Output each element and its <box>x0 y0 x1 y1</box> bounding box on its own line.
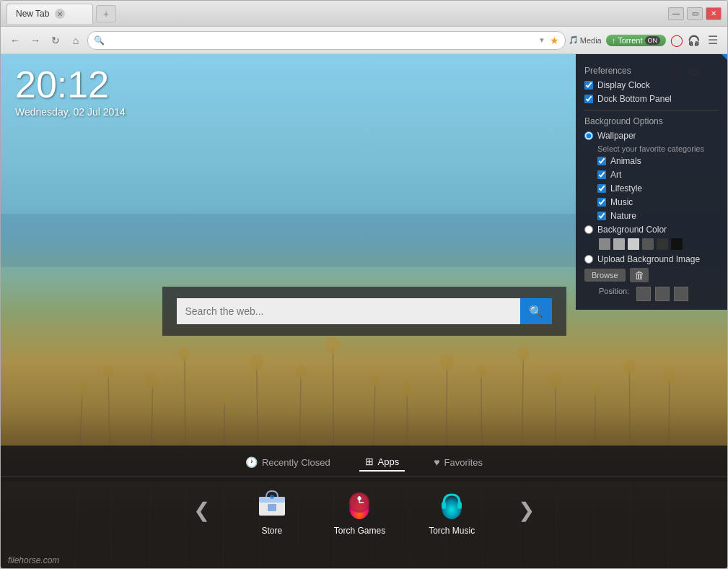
bottom-tab-bar: 🕐 Recently Closed ⊞ Apps ♥ Favorites <box>1 446 727 477</box>
bottom-panel: 🕐 Recently Closed ⊞ Apps ♥ Favorites ❮ <box>1 446 727 568</box>
select-categories-label: Select your favorite categories <box>597 144 719 153</box>
display-clock-checkbox[interactable] <box>584 81 593 90</box>
bg-color-item: Background Color <box>584 225 719 235</box>
torch-music-label: Torch Music <box>429 526 475 536</box>
position-btn-2[interactable] <box>655 287 670 301</box>
store-app-icon[interactable]: Store <box>253 484 291 536</box>
star-icon[interactable]: ★ <box>550 35 559 46</box>
bg-color-radio[interactable] <box>584 225 593 234</box>
svg-rect-37 <box>268 504 276 511</box>
swatch-3[interactable] <box>628 238 639 250</box>
tab-title: New Tab <box>16 9 49 19</box>
address-bar-input[interactable] <box>109 35 534 45</box>
torch-music-icon <box>433 484 470 521</box>
animals-item: Animals <box>597 156 719 166</box>
content-area: 20:12 Wednesday, 02 Jul 2014 📌 🔄 ≡ Prefe… <box>1 54 727 568</box>
torch-music-app-icon[interactable]: Torch Music <box>429 484 475 536</box>
torch-games-icon: 🕐 <box>341 484 378 521</box>
music-label: Music <box>610 197 633 207</box>
wallpaper-radio[interactable] <box>584 131 593 140</box>
store-label: Store <box>261 526 282 536</box>
opera-icon[interactable]: ◯ <box>670 33 683 47</box>
search-input[interactable] <box>177 305 520 317</box>
display-clock-item: Display Clock <box>584 80 719 90</box>
position-label: Position: <box>599 287 629 301</box>
media-button[interactable]: 🎵 Media <box>569 35 602 45</box>
position-row: Position: <box>599 287 719 301</box>
favorites-tab[interactable]: ♥ Favorites <box>428 453 488 471</box>
display-clock-label: Display Clock <box>597 80 650 90</box>
home-button[interactable]: ⌂ <box>67 32 84 49</box>
svg-rect-47 <box>442 502 446 509</box>
swatch-4[interactable] <box>642 238 654 250</box>
torrent-toggle: ON <box>645 36 661 45</box>
nav-arrow-right[interactable]: ❯ <box>518 498 535 522</box>
clock-time: 20:12 <box>15 66 126 103</box>
nature-label: Nature <box>610 211 636 221</box>
minimize-button[interactable]: — <box>668 7 684 20</box>
svg-point-38 <box>270 495 274 499</box>
menu-button[interactable]: ☰ <box>704 32 722 49</box>
prefs-divider-1 <box>584 110 719 110</box>
favorites-label: Favorites <box>444 457 483 468</box>
close-button[interactable]: ✕ <box>706 7 722 20</box>
search-container: 🔍 <box>162 287 566 336</box>
browser-tab[interactable]: New Tab ✕ <box>6 4 93 24</box>
media-icon: 🎵 <box>569 35 579 45</box>
swatch-6[interactable] <box>671 238 683 250</box>
upload-bg-radio[interactable] <box>584 255 593 264</box>
animals-label: Animals <box>610 156 641 166</box>
recently-closed-label: Recently Closed <box>262 457 330 468</box>
upload-bg-label: Upload Background Image <box>597 254 700 264</box>
nav-arrow-left[interactable]: ❮ <box>193 498 210 522</box>
apps-icon: ⊞ <box>365 456 374 467</box>
music-checkbox[interactable] <box>597 198 606 207</box>
upload-bg-item: Upload Background Image <box>584 254 719 264</box>
swatch-1[interactable] <box>599 238 610 250</box>
wallpaper-label: Wallpaper <box>597 131 636 141</box>
maximize-button[interactable]: ▭ <box>687 7 703 20</box>
search-icon: 🔍 <box>94 35 105 45</box>
store-icon <box>253 484 291 521</box>
dock-bottom-checkbox[interactable] <box>584 95 593 103</box>
reload-button[interactable]: ↻ <box>47 32 64 49</box>
music-item: Music <box>597 197 719 207</box>
dropdown-icon[interactable]: ▼ <box>538 36 545 44</box>
delete-button[interactable]: 🗑 <box>630 268 649 282</box>
nav-extras: 🎵 Media ↑ Torrent ON ◯ 🎧 ☰ <box>569 32 722 49</box>
recently-closed-tab[interactable]: 🕐 Recently Closed <box>240 453 336 471</box>
dock-bottom-label: Dock Bottom Panel <box>597 94 672 104</box>
swatch-5[interactable] <box>657 238 668 250</box>
lifestyle-item: Lifestyle <box>597 183 719 194</box>
animals-checkbox[interactable] <box>597 157 606 165</box>
tab-close-button[interactable]: ✕ <box>55 9 65 19</box>
art-label: Art <box>610 170 621 180</box>
new-tab-button[interactable]: + <box>96 5 116 22</box>
lifestyle-checkbox[interactable] <box>597 184 606 193</box>
svg-rect-48 <box>457 502 462 509</box>
dock-bottom-item: Dock Bottom Panel <box>584 94 719 104</box>
search-button[interactable]: 🔍 <box>520 298 552 324</box>
torch-games-app-icon[interactable]: 🕐 Torch Games <box>334 484 385 536</box>
color-swatches <box>599 238 719 250</box>
watermark: filehorse.com <box>8 555 59 565</box>
headphone-icon[interactable]: 🎧 <box>688 35 700 46</box>
swatch-2[interactable] <box>613 238 625 250</box>
title-bar: New Tab ✕ + — ▭ ✕ <box>1 1 727 27</box>
art-checkbox[interactable] <box>597 170 606 179</box>
torrent-button[interactable]: ↑ Torrent ON <box>606 35 666 46</box>
browse-button[interactable]: Browse <box>584 269 626 282</box>
forward-button[interactable]: → <box>27 32 44 49</box>
upload-row: Browse 🗑 <box>584 268 719 282</box>
address-bar-container: 🔍 ▼ ★ <box>87 31 566 50</box>
bg-options-title: Background Options <box>584 116 719 126</box>
apps-tab[interactable]: ⊞ Apps <box>359 453 405 472</box>
window-controls: — ▭ ✕ <box>668 7 722 20</box>
position-btn-3[interactable] <box>674 287 688 301</box>
torch-games-label: Torch Games <box>334 526 385 536</box>
back-button[interactable]: ← <box>6 32 24 49</box>
nature-checkbox[interactable] <box>597 212 606 220</box>
nature-item: Nature <box>597 211 719 221</box>
favorites-icon: ♥ <box>434 456 439 468</box>
position-btn-1[interactable] <box>636 287 651 301</box>
